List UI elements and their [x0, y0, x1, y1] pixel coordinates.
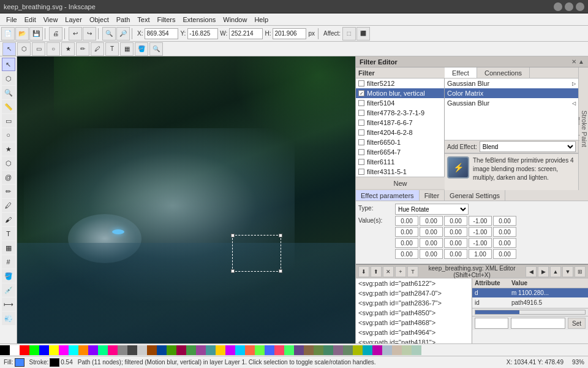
xml-btn-new-text[interactable]: T [407, 266, 418, 277]
tool-select[interactable]: ↖ [2, 42, 16, 56]
menu-help[interactable]: Help [251, 15, 272, 24]
tool-circle[interactable]: ○ [47, 42, 60, 56]
effect-item-0[interactable]: Gaussian Blur ▷ [445, 79, 578, 88]
m3-4[interactable] [493, 249, 516, 259]
xml-node-4[interactable]: <svg:path id="path4868"> [356, 318, 472, 328]
m2-2[interactable] [444, 238, 467, 248]
filter-check-9[interactable] [358, 169, 364, 175]
tool-print[interactable]: 🖨 [49, 27, 62, 40]
palette-color[interactable] [147, 345, 157, 355]
tool-fill[interactable]: 🪣 [135, 42, 148, 56]
palette-color[interactable] [333, 345, 343, 355]
tool-zoom-out[interactable]: 🔎 [116, 27, 130, 40]
filter-check-6[interactable] [358, 139, 364, 145]
xml-btn-prev[interactable]: ◀ [526, 266, 537, 277]
toolbox-fill[interactable]: 🪣 [2, 269, 15, 283]
h-input[interactable]: 201.906 [273, 28, 306, 39]
menu-extensions[interactable]: Extensions [179, 15, 219, 24]
y-input[interactable]: -16.825 [187, 28, 218, 39]
palette-color[interactable] [372, 345, 382, 355]
xml-btn-dup[interactable]: ⬆ [371, 266, 382, 277]
palette-color[interactable] [343, 345, 353, 355]
canvas-area[interactable] [17, 56, 355, 343]
filter-item-3[interactable]: filter4778-2-3-7-1-9 [356, 108, 444, 118]
toolbox-star[interactable]: ★ [2, 142, 15, 156]
palette-color[interactable] [186, 345, 196, 355]
tool-pencil[interactable]: ✏ [76, 42, 89, 56]
toolbox-text[interactable]: T [2, 227, 15, 240]
palette-color[interactable] [118, 345, 127, 355]
palette-color[interactable] [314, 345, 323, 355]
toolbox-pencil[interactable]: 🖊 [2, 199, 15, 212]
filter-check-8[interactable] [358, 159, 364, 165]
toolbox-circle[interactable]: ○ [2, 128, 15, 142]
maximize-button[interactable] [565, 2, 573, 11]
tool-zoom[interactable]: 🔍 [149, 42, 163, 56]
toolbox-spray[interactable]: 💨 [2, 312, 15, 325]
attr-value-input[interactable] [511, 318, 565, 329]
palette-color[interactable] [392, 345, 402, 355]
menu-file[interactable]: File [2, 15, 21, 24]
filter-item-4[interactable]: filter4187-6-6-7 [356, 118, 444, 128]
palette-color[interactable] [137, 345, 147, 355]
attr-save-button[interactable]: Set [568, 318, 586, 329]
stroke-color-swatch[interactable] [50, 358, 59, 367]
filter-item-5[interactable]: filter4204-6-2-8 [356, 128, 444, 137]
tab-effect-params[interactable]: Effect parameters [356, 190, 420, 201]
tool-gradient[interactable]: ▦ [120, 42, 134, 56]
palette-color[interactable] [59, 345, 69, 355]
tool-star[interactable]: ★ [61, 42, 75, 56]
tool-rect[interactable]: ▭ [32, 42, 45, 56]
filter-item-7[interactable]: filter6654-7 [356, 147, 444, 157]
menu-path[interactable]: Path [113, 15, 134, 24]
affect-btn1[interactable]: ⬚ [342, 27, 356, 40]
m1-2[interactable] [444, 227, 467, 237]
palette-color[interactable] [304, 345, 314, 355]
palette-color[interactable] [49, 345, 59, 355]
palette-color[interactable] [0, 345, 10, 355]
m0-3[interactable] [469, 216, 492, 226]
filter-check-7[interactable] [358, 149, 364, 155]
toolbox-pen[interactable]: ✏ [2, 185, 15, 198]
toolbox-eyedrop[interactable]: 💉 [2, 283, 15, 297]
xml-btn-up[interactable]: ▲ [550, 266, 561, 277]
m1-3[interactable] [469, 227, 492, 237]
handle-tl[interactable] [231, 234, 235, 237]
palette-color[interactable] [176, 345, 186, 355]
filter-editor-close[interactable]: ✕ ▲ [571, 58, 584, 65]
handle-tr[interactable] [279, 234, 282, 237]
palette-color[interactable] [39, 345, 49, 355]
palette-color[interactable] [402, 345, 412, 355]
xml-btn-indent[interactable]: ⊞ [575, 266, 586, 277]
toolbox-zoom[interactable]: 🔍 [2, 86, 15, 99]
tool-zoom-in[interactable]: 🔍 [102, 27, 116, 40]
xml-node-1[interactable]: <svg:path id="path2847-0"> [356, 288, 472, 298]
filter-item-6[interactable]: filter6650-1 [356, 137, 444, 147]
m0-0[interactable] [395, 216, 418, 226]
filter-check-2[interactable] [358, 100, 364, 106]
toolbox-3d[interactable]: ⬡ [2, 156, 15, 170]
filter-item-8[interactable]: filter6111 [356, 157, 444, 167]
xml-node-2[interactable]: <svg:path id="path2836-7"> [356, 298, 472, 308]
palette-color[interactable] [20, 345, 29, 355]
toolbox-rect[interactable]: ▭ [2, 114, 15, 128]
affect-btn2[interactable]: ⬛ [356, 27, 370, 40]
xml-btn-del[interactable]: ✕ [383, 266, 394, 277]
type-select[interactable]: Hue Rotate Saturate LuminanceToAlpha Mat… [395, 204, 469, 215]
minimize-button[interactable] [554, 2, 562, 11]
toolbox-paint[interactable]: 🖌 [2, 213, 15, 226]
xml-node-0[interactable]: <svg:path id="path6122"> [356, 278, 472, 288]
palette-color[interactable] [363, 345, 372, 355]
filter-check-5[interactable] [358, 129, 364, 136]
filter-check-3[interactable] [358, 110, 364, 116]
add-effect-select[interactable]: Blend Color Matrix Gaussian Blur Composi… [480, 141, 576, 152]
xml-node-5[interactable]: <svg:path id="path4964"> [356, 328, 472, 337]
new-filter-button[interactable]: New [356, 177, 445, 189]
tool-node[interactable]: ⬡ [17, 42, 31, 56]
m3-2[interactable] [444, 249, 467, 259]
palette-color[interactable] [98, 345, 108, 355]
tool-text[interactable]: T [105, 42, 119, 56]
palette-color[interactable] [167, 345, 176, 355]
w-input[interactable]: 252.214 [229, 28, 263, 39]
xml-attr-row-1[interactable]: id path4916.5 [472, 298, 588, 308]
